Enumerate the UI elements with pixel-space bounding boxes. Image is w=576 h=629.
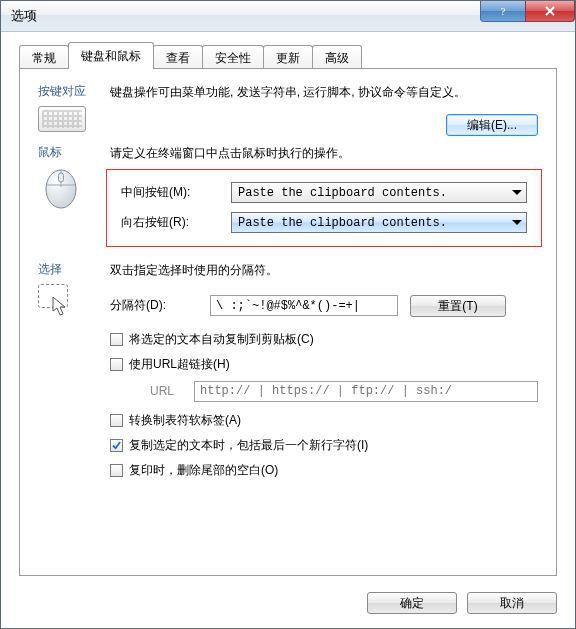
selection-desc: 双击指定选择时使用的分隔符。 — [110, 261, 538, 280]
tab-update[interactable]: 更新 — [263, 45, 313, 70]
tab-advanced[interactable]: 高级 — [312, 45, 362, 70]
ok-button[interactable]: 确定 — [367, 592, 457, 614]
section-title-selection: 选择 — [38, 261, 110, 278]
options-dialog: 选项 ? 常规 键盘和鼠标 查看 安全性 更新 高级 按键对应 键盘操作可由菜单… — [0, 0, 576, 629]
delimiter-input[interactable] — [210, 295, 398, 316]
section-keymap: 按键对应 键盘操作可由菜单功能, 发送字符串, 运行脚本, 协议命令等自定义。 … — [38, 83, 538, 136]
right-button-value: Paste the clipboard contents. — [238, 216, 447, 230]
help-button[interactable]: ? — [480, 1, 526, 22]
cursor-icon — [52, 296, 70, 318]
checkbox-copy-newline-label: 复制选定的文本时，包括最后一个新行字符(I) — [129, 437, 368, 454]
section-mouse: 鼠标 请定义在终端窗口中点击鼠标时执行的操作。 中间按钮(M): Paste t… — [38, 144, 538, 253]
url-label: URL — [150, 384, 174, 398]
selection-icon — [38, 284, 78, 318]
svg-text:?: ? — [501, 5, 506, 17]
tab-panel: 按键对应 键盘操作可由菜单功能, 发送字符串, 运行脚本, 协议命令等自定义。 … — [19, 68, 557, 576]
tab-view[interactable]: 查看 — [153, 45, 203, 70]
checkbox-autocopy-label: 将选定的文本自动复制到剪贴板(C) — [129, 331, 314, 348]
cancel-button[interactable]: 取消 — [467, 592, 557, 614]
right-button-dropdown[interactable]: Paste the clipboard contents. — [231, 212, 527, 233]
section-title-keymap: 按键对应 — [38, 83, 110, 100]
dialog-buttons: 确定 取消 — [367, 592, 557, 614]
close-icon — [544, 5, 556, 17]
edit-keymap-button[interactable]: 编辑(E)... — [446, 114, 538, 136]
reset-button[interactable]: 重置(T) — [410, 295, 506, 317]
middle-button-value: Paste the clipboard contents. — [238, 186, 447, 200]
title-buttons: ? — [481, 1, 575, 22]
checkbox-softtab-label: 转换制表符软标签(A) — [129, 412, 241, 429]
checkbox-url-label: 使用URL超链接(H) — [129, 356, 230, 373]
chevron-down-icon — [512, 220, 522, 225]
section-selection: 选择 双击指定选择时使用的分隔符。 分隔符(D): 重置(T) 将选定的文本自动… — [38, 261, 538, 486]
right-button-label: 向右按钮(R): — [121, 214, 231, 231]
help-icon: ? — [497, 5, 509, 17]
mouse-icon — [38, 167, 84, 209]
checkbox-url[interactable] — [110, 358, 123, 371]
svg-rect-2 — [59, 173, 64, 182]
tab-security[interactable]: 安全性 — [202, 45, 264, 70]
chevron-down-icon — [512, 190, 522, 195]
checkbox-trim-trailing-label: 复印时，删除尾部的空白(O) — [129, 462, 278, 479]
delimiter-label: 分隔符(D): — [110, 297, 210, 314]
title-bar: 选项 ? — [1, 1, 575, 32]
tab-strip: 常规 键盘和鼠标 查看 安全性 更新 高级 — [19, 45, 361, 69]
keymap-desc: 键盘操作可由菜单功能, 发送字符串, 运行脚本, 协议命令等自定义。 — [110, 83, 538, 102]
middle-button-dropdown[interactable]: Paste the clipboard contents. — [231, 182, 527, 203]
mouse-desc: 请定义在终端窗口中点击鼠标时执行的操作。 — [110, 144, 538, 163]
checkbox-softtab[interactable] — [110, 414, 123, 427]
middle-button-label: 中间按钮(M): — [121, 184, 231, 201]
checkbox-copy-newline[interactable] — [110, 439, 123, 452]
keyboard-icon — [38, 106, 86, 132]
checkbox-autocopy[interactable] — [110, 333, 123, 346]
tab-general[interactable]: 常规 — [19, 45, 69, 70]
window-title: 选项 — [11, 7, 37, 25]
close-button[interactable] — [525, 1, 575, 22]
url-input[interactable] — [194, 381, 538, 402]
checkbox-trim-trailing[interactable] — [110, 464, 123, 477]
tab-keyboard-mouse[interactable]: 键盘和鼠标 — [68, 42, 154, 69]
mouse-highlight-box: 中间按钮(M): Paste the clipboard contents. 向… — [106, 169, 542, 247]
section-title-mouse: 鼠标 — [38, 144, 110, 161]
